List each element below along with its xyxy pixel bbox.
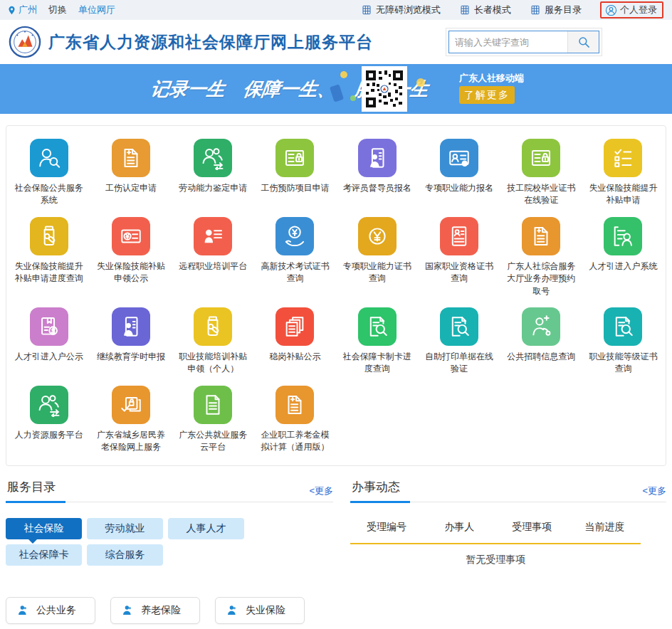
service-directory-tab[interactable]: 综合服务: [87, 544, 163, 566]
category-button-label: 失业保险: [246, 604, 285, 617]
service-tile[interactable]: 失业保险技能提升补贴申请: [582, 136, 664, 211]
service-tile-label: 人力资源服务平台: [14, 429, 85, 441]
service-directory-more-link[interactable]: <更多: [309, 485, 333, 502]
activity-column-header: 办事人: [423, 521, 495, 534]
site-title: 广东省人力资源和社会保障厅网上服务平台: [48, 31, 373, 53]
unit-hall-link[interactable]: 单位网厅: [78, 4, 115, 16]
service-tile[interactable]: 广东人社综合服务大厅业务办理预约取号: [500, 214, 582, 302]
banner: 记录一生 保障一生、 服务一生 广东人社移动端 了解更多: [0, 64, 672, 114]
service-tile[interactable]: 职业技能培训补贴申领（个人）: [172, 305, 254, 380]
search-input[interactable]: [449, 31, 567, 53]
service-tile[interactable]: 工伤认定申请: [90, 136, 172, 211]
topbar: 广州 切换 单位网厅 无障碍浏览模式 长者模式 服务目录 个人登录: [0, 0, 672, 20]
grid-icon: [361, 4, 372, 16]
service-tile[interactable]: 社会保险公共服务系统: [8, 136, 90, 211]
bottle-icon: [194, 307, 232, 346]
learn-more-button[interactable]: 了解更多: [459, 86, 515, 104]
service-tile[interactable]: 国家职业资格证书查询: [418, 214, 500, 302]
service-directory-title: 服务目录: [6, 477, 57, 502]
category-buttons: 公共业务 养老保险 失业保险 工伤保险: [6, 597, 326, 629]
service-tile[interactable]: 自助打印单据在线验证: [418, 305, 500, 380]
service-tile[interactable]: 劳动能力鉴定申请: [172, 136, 254, 211]
service-directory-tab[interactable]: 社会保障卡: [6, 544, 82, 566]
elder-mode-label: 长者模式: [474, 4, 511, 16]
city-selector[interactable]: 广州: [7, 4, 37, 16]
category-button-label: 养老保险: [141, 604, 181, 617]
service-tile[interactable]: 稳岗补贴公示: [254, 305, 336, 380]
service-tile-label: 继续教育学时申报: [95, 351, 167, 363]
activity-title: 办事动态: [350, 477, 401, 502]
service-tile[interactable]: 高新技术考试证书查询: [254, 214, 336, 302]
search-area: [446, 28, 602, 56]
activity-column-header: 当前进度: [568, 521, 641, 534]
service-tile[interactable]: 技工院校毕业证书在线验证: [500, 136, 582, 211]
service-tile[interactable]: 远程职业培训平台: [172, 214, 254, 302]
user-circle-icon: [605, 4, 617, 16]
stethoscope-icon: [522, 307, 560, 346]
service-tile[interactable]: 人才引进入户系统: [582, 214, 664, 302]
service-directory-tab[interactable]: 劳动就业: [87, 518, 163, 539]
service-tile[interactable]: 广东公共就业服务云平台: [172, 383, 254, 458]
service-directory-section: 服务目录 <更多 社会保险劳动就业人事人才社会保障卡综合服务 公共业务 养老保险…: [6, 477, 333, 629]
service-tile[interactable]: 失业保险技能补贴申领公示: [90, 214, 172, 302]
service-tile[interactable]: 专项职业能力报名: [418, 136, 500, 211]
banner-decoration: [340, 71, 347, 78]
service-directory-link[interactable]: 服务目录: [530, 4, 582, 16]
resume-icon: [440, 217, 478, 255]
services-grid: 社会保险公共服务系统 工伤认定申请 劳动能力鉴定申请 工伤预防项目申请 考评员督…: [6, 125, 666, 466]
service-tile-label: 社会保险公共服务系统: [9, 182, 88, 207]
person-icon: [226, 605, 238, 616]
personal-login-button[interactable]: 个人登录: [600, 1, 663, 18]
service-tile-label: 工伤认定申请: [104, 182, 158, 194]
activity-empty-text: 暂无受理事项: [350, 554, 641, 566]
service-tile-label: 失业保险技能补贴申领公示: [91, 260, 170, 285]
search-icon: [577, 36, 590, 48]
docs-stack-icon: [275, 307, 314, 346]
qr-code-image: [362, 66, 407, 112]
activity-column-header: 受理编号: [350, 521, 423, 534]
category-button-label: 公共业务: [36, 604, 76, 617]
service-tile[interactable]: 专项职业能力证书查询: [336, 214, 418, 302]
service-tile[interactable]: 考评员督导员报名: [336, 136, 418, 211]
grid-icon: [530, 4, 541, 16]
service-tile[interactable]: 职业技能等级证书查询: [582, 305, 664, 380]
service-tile[interactable]: 社会保障卡制卡进度查询: [336, 305, 418, 380]
service-tile[interactable]: 人力资源服务平台: [8, 383, 90, 458]
service-tile[interactable]: 公共招聘信息查询: [500, 305, 582, 380]
service-tile[interactable]: 广东省城乡居民养老保险网上服务: [90, 383, 172, 458]
checklist-icon: [604, 139, 642, 177]
accessibility-mode-link[interactable]: 无障碍浏览模式: [361, 4, 441, 16]
person-doc-icon: [112, 307, 150, 346]
service-tile-label: 稳岗补贴公示: [268, 351, 322, 363]
location-pin-icon: [7, 5, 16, 16]
category-button[interactable]: 失业保险: [215, 597, 305, 624]
service-tile[interactable]: 失业保险技能提升补贴申请进度查询: [8, 214, 90, 302]
doc-icon: [194, 386, 232, 424]
service-tile[interactable]: 继续教育学时申报: [90, 305, 172, 380]
service-tile-label: 失业保险技能提升补贴申请进度查询: [9, 260, 88, 285]
service-tile[interactable]: 人才引进入户公示: [8, 305, 90, 380]
service-tile-label: 公共招聘信息查询: [505, 351, 577, 363]
service-tile-label: 专项职业能力报名: [424, 182, 495, 194]
topbar-right: 无障碍浏览模式 长者模式 服务目录 个人登录: [361, 1, 665, 18]
service-tile-label: 专项职业能力证书查询: [337, 260, 416, 285]
service-directory-tab[interactable]: 人事人才: [168, 518, 244, 539]
service-tile-label: 广东省城乡居民养老保险网上服务: [91, 429, 170, 454]
category-button[interactable]: 养老保险: [110, 597, 200, 624]
elder-mode-link[interactable]: 长者模式: [459, 4, 511, 16]
person-icon: [17, 605, 28, 616]
category-button[interactable]: 公共业务: [6, 597, 95, 624]
bottle-icon: [30, 217, 68, 255]
service-tile-label: 技工院校毕业证书在线验证: [502, 182, 581, 207]
search-button[interactable]: [567, 31, 599, 53]
banner-decoration: [350, 95, 356, 101]
doc-plus-icon: [522, 217, 560, 255]
activity-more-link[interactable]: <更多: [642, 485, 666, 502]
service-directory-tab[interactable]: 社会保险: [6, 518, 82, 539]
service-tile[interactable]: 工伤预防项目申请: [254, 136, 336, 211]
service-tile[interactable]: 企业职工养老金模拟计算（通用版）: [254, 383, 336, 458]
doc-dollar-icon: [30, 307, 68, 346]
service-tile-label: 人才引进入户系统: [587, 260, 658, 273]
doc-search-icon: [440, 307, 478, 346]
switch-city-link[interactable]: 切换: [48, 4, 67, 16]
